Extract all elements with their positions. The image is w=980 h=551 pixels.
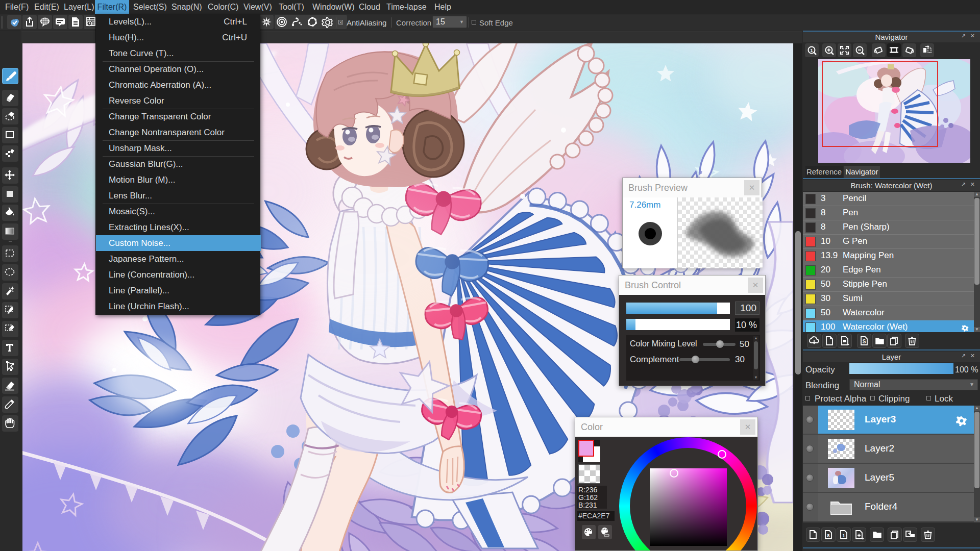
svg-text:8: 8 <box>827 533 829 538</box>
svg-text:S: S <box>863 339 866 344</box>
svg-text:1: 1 <box>810 48 813 53</box>
svg-text:1: 1 <box>842 533 845 538</box>
